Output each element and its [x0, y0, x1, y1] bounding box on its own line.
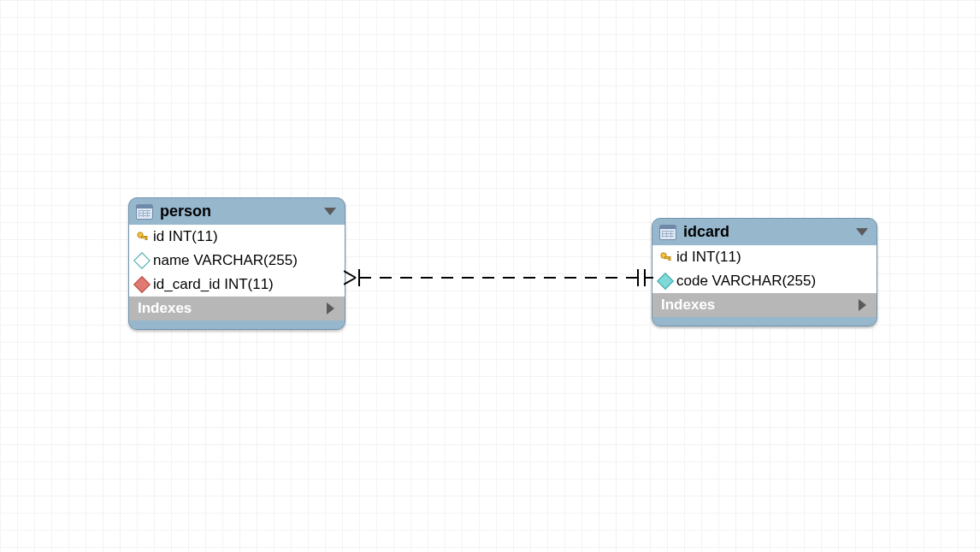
entity-idcard-header[interactable]: idcard — [652, 219, 877, 245]
nullable-column-icon — [133, 252, 151, 269]
entity-idcard-columns: id INT(11) code VARCHAR(255) — [652, 245, 877, 293]
svg-rect-5 — [669, 257, 670, 261]
entity-idcard[interactable]: idcard id INT(11) code VARCHAR(255) Inde… — [652, 218, 877, 326]
entity-person-header[interactable]: person — [129, 198, 345, 225]
entity-person-indexes[interactable]: Indexes — [129, 297, 345, 320]
entity-person-title: person — [160, 203, 317, 220]
entity-idcard-title: idcard — [683, 223, 849, 241]
column-row[interactable]: name VARCHAR(255) — [129, 249, 345, 273]
column-text: code VARCHAR(255) — [676, 273, 816, 290]
primary-key-icon — [136, 231, 148, 243]
chevron-right-icon[interactable] — [327, 302, 334, 314]
table-icon — [136, 204, 153, 220]
column-row[interactable]: id INT(11) — [652, 245, 877, 269]
entity-footer — [129, 320, 345, 329]
table-icon — [659, 225, 676, 240]
chevron-down-icon[interactable] — [324, 208, 336, 215]
entity-idcard-indexes[interactable]: Indexes — [652, 293, 877, 317]
column-row[interactable]: id_card_id INT(11) — [129, 273, 345, 297]
relationship-person-idcard[interactable] — [344, 265, 653, 291]
column-row[interactable]: code VARCHAR(255) — [652, 269, 877, 293]
column-text: id INT(11) — [153, 228, 218, 245]
column-text: id INT(11) — [676, 249, 741, 266]
chevron-down-icon[interactable] — [856, 228, 868, 236]
entity-footer — [652, 317, 877, 326]
svg-line-8 — [344, 278, 356, 285]
primary-key-icon — [659, 251, 671, 263]
svg-rect-2 — [145, 237, 147, 240]
erd-canvas[interactable]: person id INT(11) name VARCHAR(255) id_c… — [0, 0, 980, 552]
notnull-column-icon — [657, 273, 674, 290]
chevron-right-icon[interactable] — [859, 299, 866, 311]
column-text: id_card_id INT(11) — [153, 276, 274, 293]
entity-person-columns: id INT(11) name VARCHAR(255) id_card_id … — [129, 225, 345, 297]
column-text: name VARCHAR(255) — [153, 252, 298, 269]
entity-person[interactable]: person id INT(11) name VARCHAR(255) id_c… — [128, 197, 345, 330]
indexes-label: Indexes — [138, 300, 192, 317]
foreign-key-icon — [133, 276, 151, 293]
column-row[interactable]: id INT(11) — [129, 225, 345, 249]
svg-line-7 — [344, 271, 356, 278]
indexes-label: Indexes — [661, 297, 715, 314]
